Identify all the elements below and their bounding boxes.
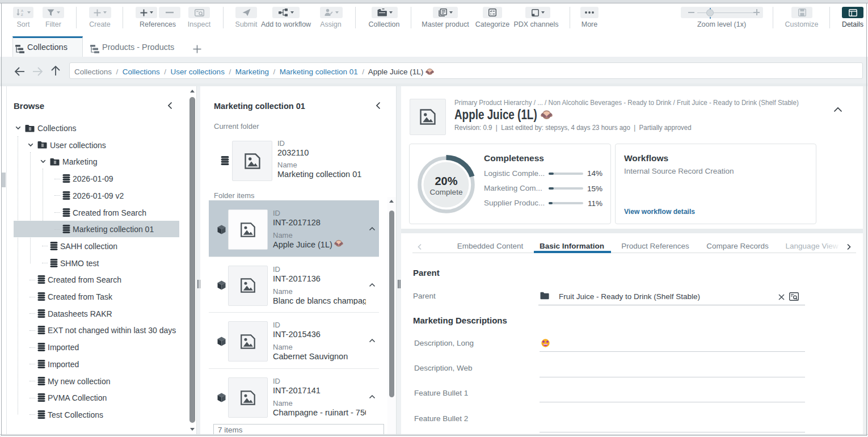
svg-text:A: A — [21, 9, 23, 12]
svg-text:Z: Z — [21, 13, 23, 16]
